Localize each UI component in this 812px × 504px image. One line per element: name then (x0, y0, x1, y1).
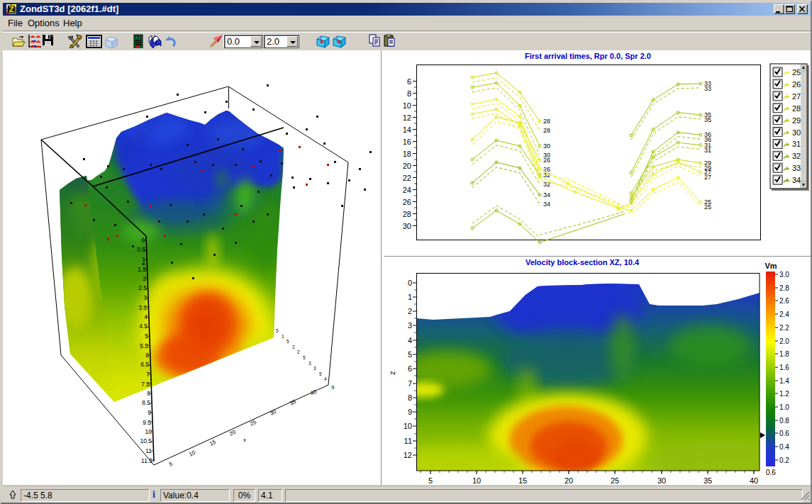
svg-text:24: 24 (403, 186, 411, 194)
svg-text:29: 29 (704, 164, 711, 172)
svg-text:27: 27 (704, 174, 711, 181)
svg-text:4: 4 (324, 376, 327, 381)
svg-text:16: 16 (403, 138, 411, 146)
svg-text:28: 28 (543, 127, 550, 134)
svg-text:8: 8 (408, 393, 412, 402)
svg-text:27: 27 (792, 92, 801, 101)
svg-text:29: 29 (792, 116, 801, 125)
svg-text:z: z (388, 371, 396, 376)
svg-text:26: 26 (792, 80, 801, 89)
svg-text:34: 34 (543, 191, 550, 198)
svg-text:1: 1 (282, 334, 284, 339)
svg-text:2.4: 2.4 (779, 310, 789, 318)
svg-text:2.8: 2.8 (779, 284, 789, 292)
svg-text:20: 20 (564, 476, 573, 485)
svg-text:2.0: 2.0 (779, 337, 789, 345)
svg-text:5: 5 (303, 355, 306, 360)
svg-text:25: 25 (611, 476, 619, 485)
svg-text:2: 2 (292, 345, 295, 349)
svg-text:4.5: 4.5 (139, 323, 148, 330)
svg-text:1.8: 1.8 (779, 350, 789, 358)
svg-text:7.5: 7.5 (141, 381, 150, 388)
svg-text:31: 31 (792, 140, 801, 148)
svg-text:5: 5 (408, 350, 412, 359)
svg-text:2.6: 2.6 (779, 297, 789, 305)
svg-text:11.5: 11.5 (141, 457, 152, 464)
svg-text:30: 30 (657, 476, 666, 485)
svg-text:22: 22 (403, 174, 411, 182)
svg-text:10: 10 (404, 422, 412, 430)
svg-text:2.2: 2.2 (779, 324, 789, 332)
svg-text:Vm: Vm (764, 262, 777, 270)
svg-text:15: 15 (518, 476, 527, 485)
svg-text:First arrival times, Rpr 0.0,: First arrival times, Rpr 0.0, Spr 2.0 (525, 52, 651, 60)
svg-text:3: 3 (308, 361, 311, 366)
svg-text:35: 35 (704, 116, 711, 123)
svg-text:26: 26 (403, 198, 411, 206)
svg-text:8: 8 (407, 89, 411, 98)
svg-text:3.0: 3.0 (779, 271, 789, 279)
svg-text:1.5: 1.5 (138, 266, 146, 273)
svg-text:25: 25 (704, 203, 711, 211)
svg-text:30: 30 (792, 128, 801, 137)
svg-text:31: 31 (704, 147, 711, 154)
svg-text:8.5: 8.5 (142, 399, 150, 406)
svg-text:3: 3 (408, 321, 412, 330)
svg-text:3.5: 3.5 (138, 304, 147, 311)
svg-text:12: 12 (404, 451, 412, 459)
svg-text:5: 5 (287, 339, 289, 344)
svg-text:5: 5 (276, 328, 279, 333)
svg-text:6: 6 (408, 364, 412, 373)
svg-text:11: 11 (404, 437, 412, 445)
svg-text:2: 2 (408, 307, 412, 315)
svg-text:40: 40 (750, 476, 758, 485)
svg-text:1.6: 1.6 (779, 364, 789, 371)
svg-text:1.4: 1.4 (779, 377, 789, 385)
svg-text:28: 28 (543, 118, 550, 125)
svg-text:0.6: 0.6 (779, 430, 789, 437)
svg-text:Z: Z (9, 5, 14, 13)
svg-text:26: 26 (543, 157, 550, 164)
svg-text:1.0: 1.0 (779, 403, 789, 411)
svg-text:6.5: 6.5 (140, 361, 149, 368)
svg-text:6: 6 (407, 77, 411, 86)
svg-text:12: 12 (403, 113, 411, 122)
svg-text:5.5: 5.5 (140, 342, 148, 349)
svg-text:10: 10 (403, 101, 411, 110)
svg-text:7: 7 (408, 379, 412, 388)
svg-text:1.2: 1.2 (779, 390, 789, 398)
svg-text:34: 34 (543, 201, 550, 208)
svg-text:30: 30 (403, 222, 411, 230)
svg-text:10: 10 (472, 476, 481, 485)
svg-text:34: 34 (792, 176, 801, 184)
svg-text:1: 1 (408, 293, 412, 301)
svg-text:28: 28 (403, 210, 411, 218)
svg-text:20: 20 (403, 162, 411, 170)
svg-text:5: 5 (428, 476, 433, 485)
svg-text:28: 28 (792, 104, 801, 113)
svg-text:9: 9 (408, 408, 412, 416)
svg-text:35: 35 (703, 476, 712, 485)
svg-text:2.5: 2.5 (138, 284, 147, 291)
svg-text:18: 18 (403, 150, 411, 158)
svg-text:10.5: 10.5 (140, 437, 152, 444)
svg-text:0: 0 (408, 279, 412, 287)
svg-text:9: 9 (331, 384, 335, 391)
svg-text:0.8: 0.8 (779, 417, 789, 425)
svg-text:33: 33 (704, 85, 711, 92)
svg-text:0.4: 0.4 (779, 443, 789, 451)
svg-text:4: 4 (408, 336, 412, 345)
svg-text:32: 32 (792, 152, 801, 160)
svg-text:0.6: 0.6 (766, 469, 776, 476)
svg-text:14: 14 (403, 125, 411, 134)
svg-text:0.5: 0.5 (137, 246, 145, 253)
svg-text:0.2: 0.2 (779, 457, 789, 464)
svg-text:33: 33 (792, 164, 801, 172)
svg-text:25: 25 (792, 68, 801, 77)
svg-text:30: 30 (543, 142, 550, 150)
svg-text:2: 2 (297, 349, 300, 354)
svg-text:5: 5 (319, 371, 322, 376)
svg-text:9.5: 9.5 (143, 419, 151, 426)
svg-text:Velocity block-section XZ, 10.: Velocity block-section XZ, 10.4 (525, 258, 640, 267)
svg-text:3: 3 (313, 366, 316, 371)
